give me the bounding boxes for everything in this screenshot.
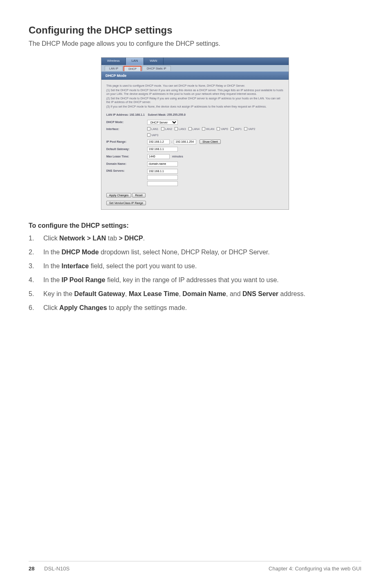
- input-lease[interactable]: [147, 154, 170, 159]
- footer-model: DSL-N10S: [44, 566, 69, 572]
- row-dns: DNS Servers:: [106, 169, 284, 187]
- vendor-row: Set VendorClass IP Range: [106, 201, 284, 205]
- label-domain: Domain Name:: [106, 162, 147, 166]
- cb-lan2[interactable]: LAN2: [161, 127, 173, 131]
- desc-3: (2) Set the DHCP mode to DHCP Relay if y…: [106, 97, 284, 104]
- page-footer: 28 DSL-N10S Chapter 4: Configuring via t…: [29, 561, 361, 572]
- step-text-3: In the Interface field, select the port …: [43, 261, 361, 271]
- label-lease: Max Lease Time:: [106, 155, 147, 158]
- input-domain[interactable]: [147, 162, 178, 166]
- input-gateway[interactable]: [147, 147, 178, 152]
- top-tabs: Wireless LAN WAN: [101, 58, 289, 65]
- screenshot-container: Wireless LAN WAN LAN IP DHCP DHCP Static…: [29, 57, 361, 210]
- cb-wlan[interactable]: WLAN: [202, 127, 214, 131]
- step-num-1: 1.: [29, 233, 43, 243]
- panel-body: This page is used to configure DHCP mode…: [101, 80, 289, 209]
- apply-changes-button[interactable]: Apply Changes: [106, 193, 131, 197]
- step-text-1: Click Network > LAN tab > DHCP.: [43, 233, 361, 243]
- intro-text: The DHCP Mode page allows you to configu…: [29, 40, 361, 47]
- cb-vap0[interactable]: VAP0: [217, 127, 228, 131]
- dhcp-screenshot: Wireless LAN WAN LAN IP DHCP DHCP Static…: [101, 57, 289, 210]
- input-dns-2[interactable]: [147, 175, 178, 180]
- desc-4: (3) If you set the DHCP mode to None, th…: [106, 105, 284, 108]
- step-1: 1. Click Network > LAN tab > DHCP.: [29, 233, 361, 243]
- cb-vap3[interactable]: VAP3: [147, 133, 158, 137]
- bottom-buttons: Apply Changes Reset: [106, 193, 284, 197]
- step-2: 2. In the DHCP Mode dropdown list, selec…: [29, 247, 361, 257]
- panel-title: DHCP Mode: [101, 72, 289, 80]
- row-interface: Interface: LAN1 LAN2 LAN3 LAN4 WLAN VAP0…: [106, 127, 284, 137]
- select-dhcp-mode[interactable]: DHCP Server: [147, 120, 178, 125]
- pool-dash: -: [171, 140, 172, 144]
- reset-button[interactable]: Reset: [132, 193, 145, 197]
- label-gateway: Default Gateway:: [106, 147, 147, 151]
- desc-2: (1) Set the DHCP mode to DHCP Server if …: [106, 88, 284, 96]
- tab-wireless[interactable]: Wireless: [101, 58, 126, 65]
- step-3: 3. In the Interface field, select the po…: [29, 261, 361, 271]
- footer-chapter: Chapter 4: Configuring via the web GUI: [269, 566, 361, 572]
- row-ip-pool: IP Pool Range: - Show Client: [106, 139, 284, 144]
- step-num-6: 6.: [29, 303, 43, 313]
- input-pool-to[interactable]: [174, 139, 196, 144]
- lan-ip-value: 192.168.1.1: [130, 113, 145, 116]
- subtab-dhcp[interactable]: DHCP: [123, 66, 141, 71]
- label-interface: Interface:: [106, 127, 147, 131]
- interface-checkboxes: LAN1 LAN2 LAN3 LAN4 WLAN VAP0 VAP1 VAP2 …: [147, 127, 262, 137]
- cb-lan1[interactable]: LAN1: [147, 127, 159, 131]
- subnet-value: 255.255.255.0: [167, 113, 186, 116]
- lan-ip-label: LAN IP Address:: [106, 113, 129, 116]
- label-dhcp-mode: DHCP Mode:: [106, 120, 147, 124]
- instructions-list: 1. Click Network > LAN tab > DHCP. 2. In…: [29, 233, 361, 313]
- row-lease: Max Lease Time: minutes: [106, 154, 284, 159]
- cb-lan4[interactable]: LAN4: [188, 127, 200, 131]
- input-dns-3[interactable]: [147, 181, 178, 186]
- step-num-2: 2.: [29, 247, 43, 257]
- input-pool-from[interactable]: [147, 139, 170, 144]
- step-num-4: 4.: [29, 275, 43, 285]
- step-text-4: In the IP Pool Range field, key in the r…: [43, 275, 361, 285]
- subtab-lanip[interactable]: LAN IP: [105, 66, 123, 71]
- label-dns: DNS Servers:: [106, 169, 147, 173]
- subnet-label: Subnet Mask:: [148, 113, 167, 116]
- vendor-class-button[interactable]: Set VendorClass IP Range: [106, 201, 146, 205]
- step-6: 6. Click Apply Changes to apply the sett…: [29, 303, 361, 313]
- step-text-5: Key in the Default Gateway, Max Lease Ti…: [43, 289, 361, 299]
- page-number: 28: [29, 566, 34, 572]
- label-ip-pool: IP Pool Range:: [106, 140, 147, 144]
- lan-ip-line: LAN IP Address: 192.168.1.1 Subnet Mask:…: [106, 113, 284, 117]
- step-5: 5. Key in the Default Gateway, Max Lease…: [29, 289, 361, 299]
- sub-tabs: LAN IP DHCP DHCP Static IP: [101, 65, 289, 72]
- subtab-static[interactable]: DHCP Static IP: [142, 66, 171, 71]
- step-text-2: In the DHCP Mode dropdown list, select N…: [43, 247, 361, 257]
- step-num-3: 3.: [29, 261, 43, 271]
- step-4: 4. In the IP Pool Range field, key in th…: [29, 275, 361, 285]
- instructions-heading: To configure the DHCP settings:: [29, 222, 361, 229]
- show-client-button[interactable]: Show Client: [199, 139, 220, 144]
- step-num-5: 5.: [29, 289, 43, 299]
- cb-vap1[interactable]: VAP1: [231, 127, 242, 131]
- step-text-6: Click Apply Changes to apply the setting…: [43, 303, 361, 313]
- row-dhcp-mode: DHCP Mode: DHCP Server: [106, 120, 284, 125]
- desc-1: This page is used to configure DHCP mode…: [106, 84, 284, 88]
- page-heading: Configuring the DHCP settings: [29, 25, 361, 36]
- row-domain: Domain Name:: [106, 162, 284, 166]
- input-dns-1[interactable]: [147, 169, 178, 174]
- cb-vap2[interactable]: VAP2: [244, 127, 255, 131]
- tab-wan[interactable]: WAN: [144, 58, 163, 65]
- lease-unit: minutes: [172, 155, 183, 158]
- tab-lan[interactable]: LAN: [126, 58, 144, 65]
- cb-lan3[interactable]: LAN3: [175, 127, 186, 131]
- row-gateway: Default Gateway:: [106, 147, 284, 152]
